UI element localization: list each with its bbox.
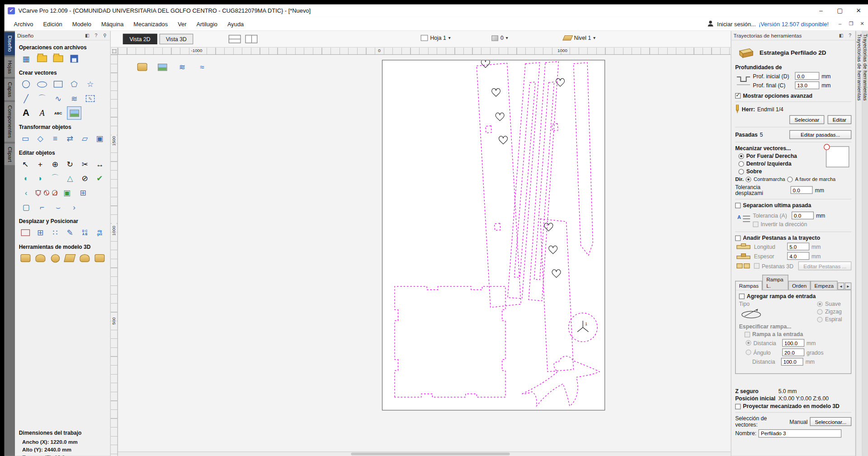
version-update-link[interactable]: ¡Versión 12.507 disponible! xyxy=(759,20,829,27)
save-file-icon[interactable] xyxy=(67,52,80,65)
offset-icon[interactable]: ▢ xyxy=(19,201,33,213)
split-horizontal-icon[interactable] xyxy=(229,35,241,43)
tabs-3d-checkbox[interactable] xyxy=(754,263,760,269)
draw-arc-icon[interactable]: ⌒ xyxy=(35,92,48,104)
vector-drawing[interactable]: 1 xyxy=(382,60,605,410)
climb-radio[interactable] xyxy=(746,176,751,182)
join-close-icon[interactable]: ◗ xyxy=(34,172,47,185)
material-setup-icon[interactable] xyxy=(136,62,149,72)
background-image-icon[interactable] xyxy=(156,62,169,72)
grid-edit-icon[interactable]: ⊞ xyxy=(76,187,90,199)
zigzag-nest-icon[interactable]: zig gez xyxy=(94,227,106,239)
subtab-empezar[interactable]: Empeza xyxy=(811,281,838,290)
inside-radio[interactable] xyxy=(738,161,744,166)
edit-move-icon[interactable]: ⊕ xyxy=(49,158,61,170)
model-dome-icon[interactable] xyxy=(79,252,91,264)
edit-tabs-button[interactable]: Editar Pestanas ... xyxy=(798,261,851,271)
ramp-distance-input[interactable] xyxy=(782,339,804,347)
start-depth-input[interactable] xyxy=(795,72,819,80)
scrollbar-thumb[interactable] xyxy=(351,452,510,455)
edit-rotate-icon[interactable]: ↻ xyxy=(64,158,76,170)
smooth-icon[interactable]: ⌣ xyxy=(52,201,65,213)
subtract-icon[interactable]: ▽ xyxy=(35,190,41,195)
transform-mirror-icon[interactable]: ⇄ xyxy=(64,133,76,145)
pin-icon[interactable]: ⚲ xyxy=(102,33,108,38)
tab-capas[interactable]: Capas xyxy=(5,79,15,100)
scissors-icon[interactable]: ⊘ xyxy=(79,172,91,185)
draw-polygon-icon[interactable]: ⬠ xyxy=(67,78,80,90)
menu-archivo[interactable]: Archivo xyxy=(9,20,38,27)
model-sphere-icon[interactable] xyxy=(49,252,61,264)
mdi-restore-button[interactable]: ❐ xyxy=(847,19,855,28)
edit-cut-icon[interactable]: ✂ xyxy=(79,158,91,170)
draw-line-icon[interactable]: ╱ xyxy=(19,92,33,104)
fillet-icon[interactable]: ⌒ xyxy=(49,172,61,185)
help-icon[interactable]: ? xyxy=(847,33,853,38)
nesting-icon[interactable]: D C A B xyxy=(79,227,91,239)
on-line-radio[interactable] xyxy=(738,169,744,174)
transform-array-icon[interactable]: ▣ xyxy=(94,133,106,145)
help-icon[interactable]: ? xyxy=(93,33,99,38)
last-pass-checkbox[interactable] xyxy=(735,203,741,208)
trim-icon[interactable]: △ xyxy=(64,172,76,185)
mdi-minimize-button[interactable]: – xyxy=(836,19,844,28)
subtab-rampa-l[interactable]: Rampa L. xyxy=(763,275,788,290)
tolerance-a-input[interactable] xyxy=(792,212,814,219)
edit-tool-button[interactable]: Editar xyxy=(828,115,851,124)
transform-align-icon[interactable]: ≡ xyxy=(49,133,61,145)
draw-curve-icon[interactable]: ∿ xyxy=(52,92,65,104)
text-block-tool-icon[interactable]: ABC xyxy=(52,107,65,119)
boolean-icon[interactable]: ⊿ xyxy=(52,190,57,195)
vector-select-button[interactable]: Seleccionar... xyxy=(810,417,851,426)
ramp-spiral-radio[interactable] xyxy=(817,317,823,322)
grid-array-icon[interactable]: ⊞ xyxy=(34,227,47,239)
final-depth-input[interactable] xyxy=(795,81,819,89)
sign-in-link[interactable]: Iniciar sesión... xyxy=(717,20,756,27)
subtab-rampas[interactable]: Rampas xyxy=(735,281,762,290)
ramp-zigzag-radio[interactable] xyxy=(817,309,823,314)
offset-tolerance-input[interactable] xyxy=(791,186,813,194)
reverse-direction-checkbox[interactable] xyxy=(753,221,758,227)
paste-along-curve-icon[interactable]: ✎ xyxy=(64,227,76,239)
edit-select-icon[interactable]: ↖ xyxy=(19,158,32,170)
ramp-distance-radio[interactable] xyxy=(745,340,751,346)
import-file-icon[interactable] xyxy=(52,52,65,65)
circular-array-icon[interactable]: ∷ xyxy=(49,227,61,239)
text-arc-tool-icon[interactable]: A xyxy=(35,107,48,119)
select-tool-button[interactable]: Selecionar xyxy=(789,115,824,124)
draw-ellipse-icon[interactable] xyxy=(35,78,48,90)
subtab-scroll-left-icon[interactable]: ◄ xyxy=(838,282,844,290)
draw-wave-icon[interactable]: ≋ xyxy=(67,92,80,104)
dock-panel-icon[interactable]: ◧ xyxy=(838,33,844,38)
open-file-icon[interactable] xyxy=(35,52,48,65)
import-bitmap-icon[interactable] xyxy=(67,107,80,119)
z-level-select[interactable]: 0 ▾ xyxy=(491,35,508,41)
transform-scale-icon[interactable]: ◇ xyxy=(34,133,47,145)
text-tool-icon[interactable]: A xyxy=(19,107,33,119)
draw-circle-icon[interactable] xyxy=(19,78,33,90)
toolpath-preview-icon[interactable]: ≋ xyxy=(175,62,189,72)
outside-radio[interactable] xyxy=(738,153,744,159)
add-ramp-checkbox[interactable] xyxy=(739,293,745,299)
edit-node-icon[interactable]: + xyxy=(34,158,47,170)
corner-icon[interactable]: ⌐ xyxy=(35,201,48,213)
menu-ayuda[interactable]: Ayuda xyxy=(222,20,249,27)
toolpath-name-input[interactable] xyxy=(759,429,842,437)
subtab-orden[interactable]: Orden xyxy=(788,281,810,290)
ramp-angle-radio[interactable] xyxy=(745,350,751,355)
mdi-close-button[interactable]: ✕ xyxy=(858,19,866,28)
menu-artilugio[interactable]: Artilugio xyxy=(191,20,222,27)
validate-vectors-icon[interactable]: ✔ xyxy=(94,172,106,185)
tab-trayectorias-2[interactable]: Trayectorias de herramientas xyxy=(862,31,868,456)
ramp-smooth-radio[interactable] xyxy=(817,301,823,307)
position-icon[interactable] xyxy=(19,227,32,239)
ruler-corner[interactable] xyxy=(111,48,118,55)
add-tabs-checkbox[interactable] xyxy=(735,235,741,241)
project-3d-checkbox[interactable] xyxy=(735,404,741,409)
join-open-icon[interactable]: ◖ xyxy=(19,172,32,185)
menu-modelo[interactable]: Modelo xyxy=(67,20,96,27)
tab-thickness-input[interactable] xyxy=(787,252,809,260)
transform-select-icon[interactable]: ▭ xyxy=(19,133,32,145)
weld-icon[interactable]: ‹ xyxy=(19,187,33,199)
tab-vista-2d[interactable]: Vista 2D xyxy=(123,34,157,44)
